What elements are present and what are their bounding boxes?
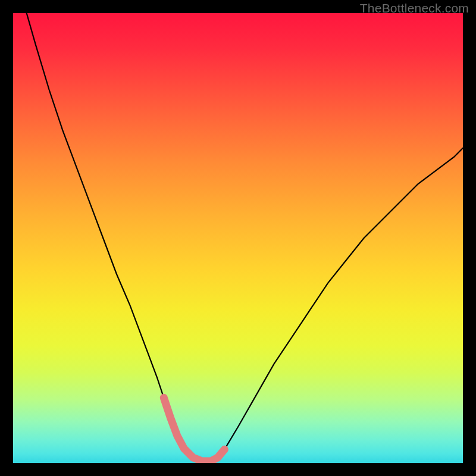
bottleneck-curve [27, 13, 463, 461]
plot-area [13, 13, 463, 463]
chart-frame: TheBottleneck.com [0, 0, 476, 476]
curve-layer [13, 13, 463, 463]
curve-highlight [164, 397, 224, 461]
